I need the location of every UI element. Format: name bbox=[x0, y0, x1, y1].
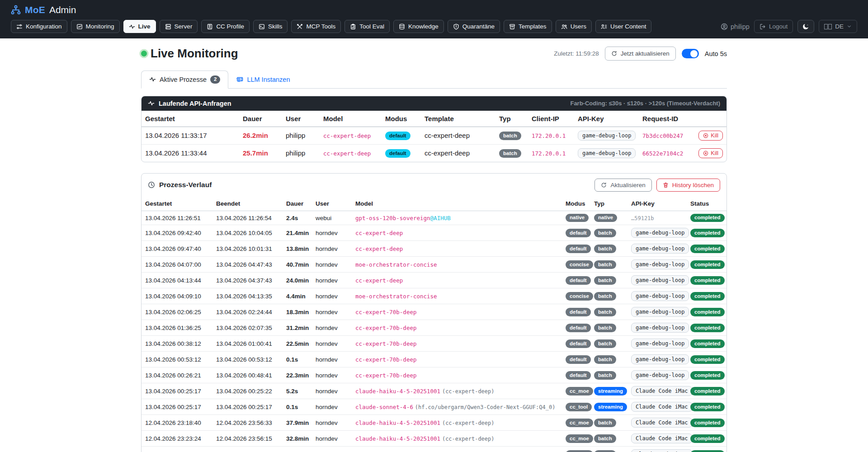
cell-typ: batch bbox=[495, 127, 528, 144]
history-refresh-button[interactable]: Aktualisieren bbox=[594, 179, 651, 192]
typ-badge: batch bbox=[594, 308, 616, 316]
nav-item-label: Monitoring bbox=[86, 23, 114, 30]
status-badge: completed bbox=[690, 260, 725, 269]
cell-api-key: Claude Code iMac bbox=[627, 399, 687, 415]
column-header bbox=[691, 111, 726, 127]
terminal-icon bbox=[259, 24, 265, 30]
cell-typ: batch bbox=[590, 320, 627, 336]
language-selector[interactable]: DE bbox=[819, 20, 857, 33]
column-header: Gestartet bbox=[142, 111, 239, 127]
cell-api-key: …59121b bbox=[627, 211, 687, 225]
cell-api-key: game-debug-loop bbox=[627, 288, 687, 304]
dark-mode-toggle-button[interactable] bbox=[797, 20, 814, 33]
status-badge: completed bbox=[690, 276, 725, 285]
column-header: Request-ID bbox=[639, 111, 691, 127]
history-row: 13.04.2026 02:06:2513.04.2026 02:24:4418… bbox=[142, 304, 726, 320]
kill-button[interactable]: Kill bbox=[698, 131, 723, 141]
request-id-value: 66522e7104c2 bbox=[642, 150, 683, 157]
cell-started: 13.04.2026 02:06:25 bbox=[142, 304, 212, 320]
tab-llm-instanzen[interactable]: LLM Instanzen bbox=[228, 71, 298, 89]
typ-badge: batch bbox=[499, 132, 521, 140]
api-key-value: game-debug-loop bbox=[631, 323, 689, 333]
history-row: 13.04.2026 00:25:1713.04.2026 00:25:170.… bbox=[142, 399, 726, 415]
nav-item-server[interactable]: Server bbox=[160, 20, 198, 33]
cell-model: cc-expert-70b-deep bbox=[352, 336, 562, 352]
nav-item-quarantaene[interactable]: Quarantäne bbox=[448, 20, 500, 33]
duration-value: 21.4min bbox=[286, 230, 309, 236]
api-key-pill: game-debug-loop bbox=[578, 148, 636, 158]
cell-started: 13.04.2026 00:26:21 bbox=[142, 367, 212, 383]
typ-badge: streaming bbox=[594, 403, 627, 411]
auto-refresh-label: Auto 5s bbox=[705, 50, 727, 57]
cell-typ: batch bbox=[495, 144, 528, 162]
cell-typ: batch bbox=[590, 415, 627, 431]
nav-right: philipp Logout DE bbox=[721, 20, 857, 33]
nav-item-templates[interactable]: Templates bbox=[504, 20, 552, 33]
kill-circle-icon bbox=[703, 133, 708, 138]
nav-item-knowledge[interactable]: Knowledge bbox=[393, 20, 444, 33]
status-badge: completed bbox=[690, 355, 725, 364]
model-name: cc-expert-70b-deep bbox=[355, 356, 416, 363]
kill-button[interactable]: Kill bbox=[698, 148, 723, 158]
nav-item-monitoring[interactable]: Monitoring bbox=[71, 20, 120, 33]
column-header: Template bbox=[421, 111, 495, 127]
status-badge: completed bbox=[690, 371, 725, 380]
cell-client-ip: 172.20.0.1 bbox=[528, 144, 574, 162]
modus-badge: default bbox=[385, 132, 410, 140]
nav-item-users[interactable]: Users bbox=[556, 20, 592, 33]
nav-item-label: Live bbox=[138, 23, 151, 30]
cell-user: philipp bbox=[282, 127, 320, 144]
nav-item-cc-profile[interactable]: CC Profile bbox=[201, 20, 250, 33]
model-name: claude-haiku-4-5-20251001 bbox=[355, 435, 440, 442]
cell-model: gpt-oss-120b-sovereign@AIHUB bbox=[352, 211, 562, 225]
cell-api-key: Claude Code iMac bbox=[627, 447, 687, 452]
cell-status: completed bbox=[687, 415, 726, 431]
cell-ended: 13.04.2026 00:25:22 bbox=[212, 383, 283, 399]
nav-item-mcp-tools[interactable]: MCP Tools bbox=[291, 20, 341, 33]
nav-item-tool-eval[interactable]: Tool Eval bbox=[344, 20, 390, 33]
cell-model: cc-expert-deep bbox=[352, 225, 562, 241]
column-header: Dauer bbox=[283, 197, 312, 211]
last-updated-text: Zuletzt: 11:59:28 bbox=[554, 50, 599, 57]
cell-duration: 5.2s bbox=[283, 383, 312, 399]
modus-badge: native bbox=[566, 214, 589, 222]
cell-duration: 18.3min bbox=[283, 304, 312, 320]
nav-item-label: Server bbox=[175, 23, 193, 30]
status-badge: completed bbox=[690, 434, 725, 443]
auto-refresh-toggle[interactable] bbox=[682, 49, 699, 58]
nav-item-user-content[interactable]: User Content bbox=[595, 20, 652, 33]
history-row: 12.04.2026 23:18:4012.04.2026 23:56:3337… bbox=[142, 415, 726, 431]
api-key-value: Claude Code iMac bbox=[631, 402, 693, 412]
duration-value: 4.4min bbox=[286, 293, 306, 300]
api-key-value: game-debug-loop bbox=[631, 228, 689, 238]
refresh-now-button[interactable]: Jetzt aktualisieren bbox=[605, 47, 676, 61]
clear-history-button[interactable]: History löschen bbox=[656, 179, 720, 192]
cell-started: 13.04.2026 00:25:17 bbox=[142, 399, 212, 415]
status-badge: completed bbox=[690, 450, 725, 452]
tab-label: LLM Instanzen bbox=[247, 76, 290, 83]
model-name: cc-expert-70b-deep bbox=[355, 340, 416, 347]
cell-duration: 0.1s bbox=[283, 352, 312, 367]
duration-value: 25.7min bbox=[243, 149, 268, 157]
nav-item-live[interactable]: Live bbox=[123, 20, 156, 33]
typ-badge: native bbox=[594, 214, 617, 222]
cell-model: moe-orchestrator-concise bbox=[352, 257, 562, 273]
nav-item-konfiguration[interactable]: Konfiguration bbox=[11, 20, 67, 33]
cell-duration: 31.2min bbox=[283, 320, 312, 336]
nav-item-label: MCP Tools bbox=[306, 23, 335, 30]
typ-badge: batch bbox=[594, 434, 616, 443]
nav-item-skills[interactable]: Skills bbox=[253, 20, 288, 33]
cell-duration: 22.5min bbox=[283, 336, 312, 352]
tab-aktive-prozesse[interactable]: Aktive Prozesse2 bbox=[141, 71, 228, 89]
cell-modus: default bbox=[562, 320, 590, 336]
cell-modus: default bbox=[382, 144, 421, 162]
running-request-row: 13.04.2026 11:33:4425.7minphilippcc-expe… bbox=[142, 144, 726, 162]
cell-status: completed bbox=[687, 352, 726, 367]
cell-user: philipp bbox=[282, 144, 320, 162]
cell-status: completed bbox=[687, 225, 726, 241]
modus-badge: cc_moe bbox=[566, 387, 593, 396]
logout-button[interactable]: Logout bbox=[754, 20, 793, 33]
running-requests-table: GestartetDauerUserModelModusTemplateTypC… bbox=[142, 111, 726, 162]
api-key-value: game-debug-loop bbox=[631, 370, 689, 380]
history-row: 13.04.2026 09:47:4013.04.2026 10:01:3113… bbox=[142, 241, 726, 257]
